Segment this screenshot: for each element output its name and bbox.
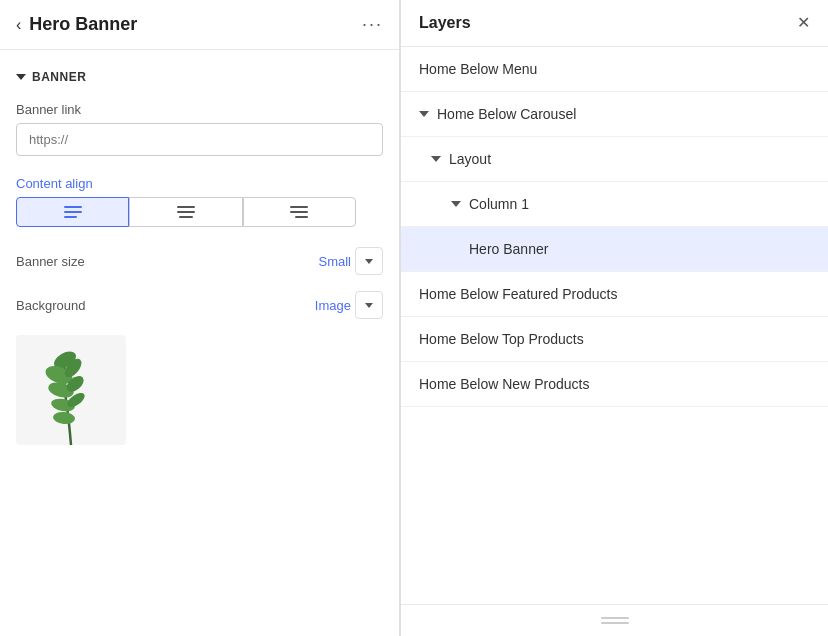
banner-size-field: Banner size Small — [16, 247, 383, 275]
banner-size-value: Small — [318, 254, 351, 269]
section-collapse-icon[interactable] — [16, 74, 26, 80]
banner-size-label: Banner size — [16, 254, 85, 269]
right-panel: Layers ✕ Home Below Menu Home Below Caro… — [400, 0, 828, 636]
layer-label: Home Below New Products — [419, 376, 589, 392]
close-button[interactable]: ✕ — [797, 15, 810, 31]
align-left-button[interactable] — [16, 197, 129, 227]
header-left: ‹ Hero Banner — [16, 14, 137, 35]
layer-label: Column 1 — [469, 196, 529, 212]
layer-expand-icon — [419, 111, 429, 117]
footer-drag-handle — [601, 617, 629, 624]
banner-link-input[interactable] — [16, 123, 383, 156]
align-right-button[interactable] — [243, 197, 356, 227]
content-align-field: Content align — [16, 176, 383, 227]
background-dropdown[interactable] — [355, 291, 383, 319]
layer-label: Home Below Top Products — [419, 331, 584, 347]
layer-item-home-below-carousel[interactable]: Home Below Carousel — [401, 92, 828, 137]
panel-header: ‹ Hero Banner ··· — [0, 0, 399, 50]
banner-size-dropdown[interactable] — [355, 247, 383, 275]
layer-item-home-below-new[interactable]: Home Below New Products — [401, 362, 828, 407]
back-button[interactable]: ‹ — [16, 16, 21, 34]
section-header: BANNER — [16, 70, 383, 84]
layers-footer — [401, 604, 828, 636]
layer-label: Hero Banner — [469, 241, 548, 257]
align-center-button[interactable] — [129, 197, 242, 227]
layer-label: Home Below Carousel — [437, 106, 576, 122]
layers-list: Home Below Menu Home Below Carousel Layo… — [401, 47, 828, 604]
section-label: BANNER — [32, 70, 86, 84]
align-left-icon — [64, 206, 82, 218]
panel-title: Hero Banner — [29, 14, 137, 35]
layer-item-layout[interactable]: Layout — [401, 137, 828, 182]
image-preview — [16, 335, 126, 445]
banner-size-value-group: Small — [318, 247, 383, 275]
plant-image — [21, 340, 121, 445]
background-arrow-icon — [365, 303, 373, 308]
banner-link-field: Banner link — [16, 102, 383, 156]
background-field: Background Image — [16, 291, 383, 319]
align-center-icon — [177, 206, 195, 218]
layer-label: Layout — [449, 151, 491, 167]
layer-expand-icon — [431, 156, 441, 162]
layer-item-home-below-featured[interactable]: Home Below Featured Products — [401, 272, 828, 317]
layer-item-hero-banner[interactable]: Hero Banner — [401, 227, 828, 272]
layer-label: Home Below Menu — [419, 61, 537, 77]
layers-header: Layers ✕ — [401, 0, 828, 47]
layer-item-home-below-menu[interactable]: Home Below Menu — [401, 47, 828, 92]
layer-label: Home Below Featured Products — [419, 286, 617, 302]
banner-link-label: Banner link — [16, 102, 383, 117]
background-value-group: Image — [315, 291, 383, 319]
content-align-label: Content align — [16, 176, 383, 191]
layers-title: Layers — [419, 14, 471, 32]
align-right-icon — [290, 206, 308, 218]
panel-content: BANNER Banner link Content align — [0, 50, 399, 636]
left-panel: ‹ Hero Banner ··· BANNER Banner link Con… — [0, 0, 400, 636]
layer-item-home-below-top[interactable]: Home Below Top Products — [401, 317, 828, 362]
align-buttons-group — [16, 197, 356, 227]
more-button[interactable]: ··· — [362, 14, 383, 35]
background-label: Background — [16, 298, 85, 313]
banner-size-arrow-icon — [365, 259, 373, 264]
layer-item-column1[interactable]: Column 1 — [401, 182, 828, 227]
background-value: Image — [315, 298, 351, 313]
svg-point-7 — [53, 411, 76, 425]
layer-expand-icon — [451, 201, 461, 207]
